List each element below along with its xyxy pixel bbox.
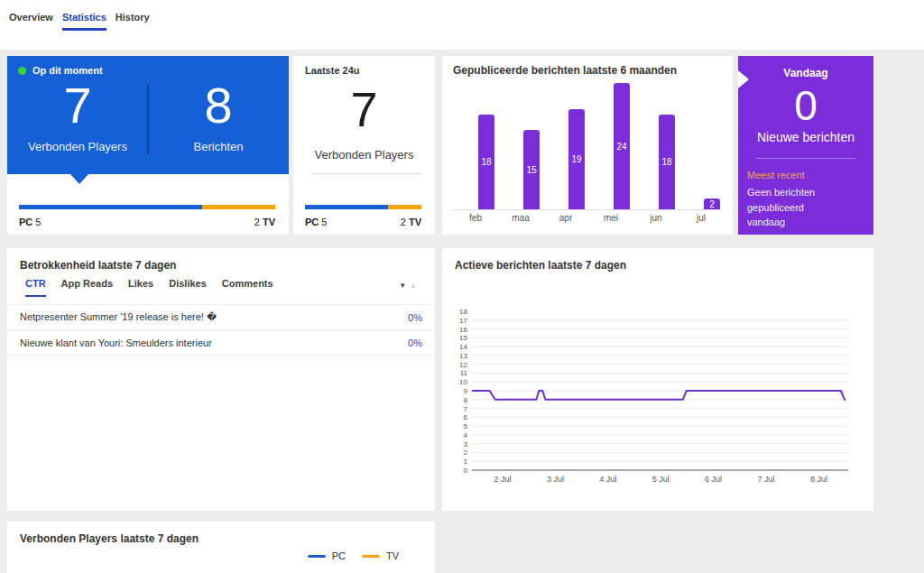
tv-label: TV xyxy=(409,217,421,227)
bar-mei: 24 xyxy=(614,83,630,209)
message-title: Nieuwe klant van Youri: Smeulders interi… xyxy=(20,337,212,348)
svg-text:15: 15 xyxy=(459,334,467,342)
ctr-value: 0% xyxy=(408,337,422,348)
tab-comments[interactable]: Comments xyxy=(222,278,273,297)
engagement-rows: Netpresenter Summer '19 release is here!… xyxy=(7,304,435,356)
metric-value: 0 xyxy=(738,85,873,126)
vertical-divider xyxy=(147,85,149,153)
svg-text:14: 14 xyxy=(459,343,467,351)
svg-text:2 Jul: 2 Jul xyxy=(494,475,511,484)
player-bar-labels: PC5 2TV xyxy=(19,217,275,227)
legend-label: PC xyxy=(332,550,346,561)
card-last-24h: Laatste 24u 7 Verbonden Players PC5 2TV xyxy=(293,56,435,235)
svg-text:5: 5 xyxy=(464,422,468,430)
published-chart-area: 18151924182 xyxy=(453,83,722,210)
svg-text:13: 13 xyxy=(459,352,467,360)
metric-label: Verbonden Players xyxy=(7,140,148,153)
tv-count: 2 xyxy=(254,217,260,227)
engagement-row[interactable]: Nieuwe klant van Youri: Smeulders interi… xyxy=(7,330,435,356)
svg-text:7: 7 xyxy=(464,405,468,413)
sort-descending-icon[interactable]: ▼ xyxy=(399,282,410,290)
engagement-tabs: CTRApp ReadsLikesDislikesComments xyxy=(25,278,273,297)
active-line-chart: 01234567891011121314151617182 Jul3 Jul4 … xyxy=(442,248,873,511)
tv-count: 2 xyxy=(401,217,406,227)
svg-text:11: 11 xyxy=(460,369,468,377)
bar-category-label: maa xyxy=(498,213,543,223)
bar-feb: 18 xyxy=(478,115,494,209)
bar-value-label: 2 xyxy=(709,199,715,209)
bar-category-label: feb xyxy=(453,213,498,223)
metric-connected-players: 7 Verbonden Players xyxy=(7,79,148,153)
bar-category-label: jun xyxy=(633,213,679,223)
bar-value-label: 18 xyxy=(661,157,671,167)
bar-category-label: jul xyxy=(679,213,724,223)
nav-tab-statistics[interactable]: Statistics xyxy=(62,12,106,31)
bar-apr: 19 xyxy=(568,109,585,209)
player-bar-last24 xyxy=(305,205,421,209)
tab-likes[interactable]: Likes xyxy=(128,278,153,297)
dashboard-main: Op dit moment 7 Verbonden Players 8 Beri… xyxy=(0,50,924,573)
tab-dislikes[interactable]: Dislikes xyxy=(169,278,207,297)
divider xyxy=(311,173,422,174)
svg-text:6 Jul: 6 Jul xyxy=(705,475,722,484)
most-recent-label: Meest recent xyxy=(747,170,864,180)
svg-text:17: 17 xyxy=(459,317,467,325)
sort-control[interactable]: ▼▲ xyxy=(399,282,420,290)
card-title: Gepubliceerde berichten laatste 6 maande… xyxy=(453,64,677,77)
legend-swatch xyxy=(362,555,380,558)
svg-text:3: 3 xyxy=(464,440,468,448)
metric-value: 7 xyxy=(7,79,148,133)
pc-count: 5 xyxy=(321,217,327,227)
metric-messages: 8 Berichten xyxy=(148,79,289,153)
divider xyxy=(756,158,855,159)
card-active-messages: 01234567891011121314151617182 Jul3 Jul4 … xyxy=(442,248,873,511)
sort-ascending-icon[interactable]: ▲ xyxy=(410,282,420,290)
tv-segment xyxy=(202,205,275,209)
most-recent-text: Geen berichten gepubliceerd vandaag xyxy=(747,185,864,230)
bar-value-label: 24 xyxy=(616,142,626,152)
bar-value-label: 18 xyxy=(481,157,491,167)
card-engagement: Betrokkenheid laatste 7 dagen CTRApp Rea… xyxy=(7,248,435,511)
player-bar-now xyxy=(19,205,275,209)
nav-tab-overview[interactable]: Overview xyxy=(9,12,53,31)
bar-value-label: 15 xyxy=(526,165,536,175)
svg-text:6: 6 xyxy=(464,413,468,421)
bar-jul: 2 xyxy=(704,199,720,209)
tab-ctr[interactable]: CTR xyxy=(25,278,46,297)
svg-text:18: 18 xyxy=(459,308,467,316)
card-players-week: Verbonden Players laatste 7 dagen PCTV xyxy=(7,522,435,573)
metric-label: Nieuwe berichten xyxy=(738,130,873,144)
tv-label: TV xyxy=(263,217,275,227)
metric-label: Verbonden Players xyxy=(293,148,435,162)
legend-item-pc: PC xyxy=(308,550,346,561)
metric-label: Berichten xyxy=(148,140,289,153)
svg-text:10: 10 xyxy=(459,378,467,386)
card-title: Op dit moment xyxy=(32,65,103,76)
svg-text:3 Jul: 3 Jul xyxy=(547,475,564,484)
chart-legend: PCTV xyxy=(308,550,399,561)
svg-text:0: 0 xyxy=(464,467,468,475)
svg-text:1: 1 xyxy=(464,457,468,466)
bar-maa: 15 xyxy=(523,130,540,209)
ctr-value: 0% xyxy=(408,312,422,323)
svg-text:9: 9 xyxy=(464,387,468,395)
message-title: Netpresenter Summer '19 release is here!… xyxy=(20,311,217,323)
metric-value: 8 xyxy=(148,79,289,133)
top-navigation: Overview Statistics History xyxy=(9,12,150,31)
svg-text:8: 8 xyxy=(464,396,468,404)
bar-jun: 18 xyxy=(659,115,675,209)
dashboard-page: Overview Statistics History Op dit momen… xyxy=(0,0,924,573)
card-title: Verbonden Players laatste 7 dagen xyxy=(20,532,199,545)
legend-item-tv: TV xyxy=(362,550,399,561)
svg-text:8 Jul: 8 Jul xyxy=(810,475,827,484)
svg-text:2: 2 xyxy=(464,448,468,457)
pc-label: PC xyxy=(19,217,32,227)
svg-text:4: 4 xyxy=(464,431,468,439)
svg-text:5 Jul: 5 Jul xyxy=(652,475,670,484)
tab-app-reads[interactable]: App Reads xyxy=(61,278,113,297)
engagement-row[interactable]: Netpresenter Summer '19 release is here!… xyxy=(7,304,435,330)
bar-value-label: 19 xyxy=(571,154,581,164)
card-title: Vandaag xyxy=(738,67,873,79)
svg-text:12: 12 xyxy=(459,361,467,369)
nav-tab-history[interactable]: History xyxy=(116,12,150,31)
